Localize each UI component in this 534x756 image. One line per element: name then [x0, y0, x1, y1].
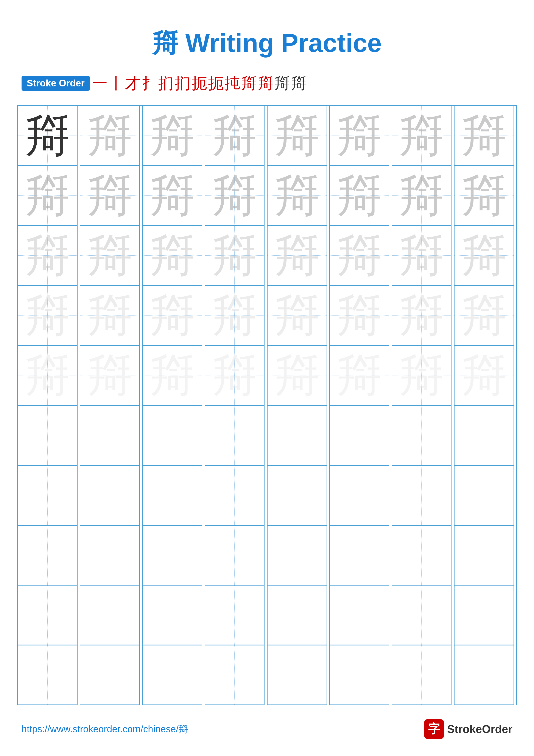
grid-cell[interactable]: 搿: [329, 345, 389, 405]
grid-cell[interactable]: 搿: [267, 166, 327, 226]
grid-cell[interactable]: 搿: [18, 106, 78, 166]
grid-cell[interactable]: [18, 465, 78, 525]
logo-text: StrokeOrder: [447, 723, 513, 736]
grid-cell[interactable]: 搿: [267, 345, 327, 405]
grid-cell[interactable]: 搿: [392, 345, 451, 405]
stroke-chars: 一 丨 才 扌 扪 扪 扼 扼 扽 搿 搿 搿 搿: [92, 74, 307, 93]
grid-cell[interactable]: 搿: [142, 106, 202, 166]
grid-cell[interactable]: [329, 465, 389, 525]
grid-cell[interactable]: [392, 465, 451, 525]
grid-cell[interactable]: 搿: [329, 166, 389, 226]
grid-cell[interactable]: 搿: [267, 106, 327, 166]
grid-cell[interactable]: [454, 585, 514, 645]
grid-cell[interactable]: 搿: [267, 285, 327, 345]
grid-cell[interactable]: [392, 585, 451, 645]
grid-cell[interactable]: [80, 585, 140, 645]
grid-cell[interactable]: 搿: [18, 285, 78, 345]
stroke-order-section: Stroke Order 一 丨 才 扌 扪 扪 扼 扼 扽 搿 搿 搿 搿: [0, 74, 534, 93]
grid-cell[interactable]: [329, 525, 389, 585]
grid-cell[interactable]: [18, 585, 78, 645]
grid-cell[interactable]: 搿: [142, 345, 202, 405]
grid-cell[interactable]: 搿: [18, 166, 78, 226]
grid-cell[interactable]: [329, 645, 389, 705]
grid-cell[interactable]: [80, 465, 140, 525]
grid-cell[interactable]: 搿: [329, 106, 389, 166]
grid-cell[interactable]: 搿: [329, 226, 389, 285]
grid-cell[interactable]: [392, 525, 451, 585]
grid-cell[interactable]: 搿: [80, 285, 140, 345]
grid-cell[interactable]: [329, 585, 389, 645]
grid-cell[interactable]: [205, 465, 265, 525]
footer-url[interactable]: https://www.strokeorder.com/chinese/搿: [21, 723, 188, 736]
grid-cell[interactable]: [205, 645, 265, 705]
grid-cell[interactable]: 搿: [329, 285, 389, 345]
practice-grid: 搿 搿 搿 搿 搿 搿 搿 搿 搿 搿 搿 搿 搿 搿 搿 搿 搿 搿 搿 搿 …: [17, 105, 517, 705]
grid-cell[interactable]: [80, 525, 140, 585]
footer: https://www.strokeorder.com/chinese/搿 字 …: [0, 719, 534, 739]
grid-cell[interactable]: [454, 405, 514, 465]
grid-cell[interactable]: [142, 405, 202, 465]
page-title: 搿 Writing Practice: [0, 0, 534, 74]
grid-cell[interactable]: [18, 645, 78, 705]
grid-cell[interactable]: [392, 645, 451, 705]
grid-cell[interactable]: [80, 405, 140, 465]
grid-cell[interactable]: 搿: [142, 285, 202, 345]
grid-cell[interactable]: 搿: [80, 106, 140, 166]
grid-cell[interactable]: 搿: [80, 166, 140, 226]
grid-cell[interactable]: 搿: [205, 345, 265, 405]
grid-cell[interactable]: 搿: [392, 226, 451, 285]
grid-cell[interactable]: 搿: [454, 285, 514, 345]
logo-icon: 字: [424, 719, 444, 739]
grid-cell[interactable]: 搿: [454, 226, 514, 285]
grid-cell[interactable]: 搿: [80, 226, 140, 285]
grid-cell[interactable]: [267, 525, 327, 585]
grid-cell[interactable]: [142, 465, 202, 525]
grid-cell[interactable]: [267, 585, 327, 645]
grid-cell[interactable]: [142, 645, 202, 705]
grid-cell[interactable]: [267, 465, 327, 525]
grid-cell[interactable]: [18, 405, 78, 465]
grid-cell[interactable]: 搿: [392, 166, 451, 226]
grid-cell[interactable]: 搿: [18, 345, 78, 405]
grid-cell[interactable]: [80, 645, 140, 705]
grid-cell[interactable]: [267, 405, 327, 465]
grid-cell[interactable]: [142, 525, 202, 585]
grid-cell[interactable]: [454, 645, 514, 705]
grid-cell[interactable]: 搿: [142, 166, 202, 226]
grid-cell[interactable]: 搿: [454, 106, 514, 166]
grid-cell[interactable]: 搿: [205, 166, 265, 226]
grid-cell[interactable]: 搿: [392, 285, 451, 345]
grid-cell[interactable]: [18, 525, 78, 585]
grid-cell[interactable]: 搿: [205, 106, 265, 166]
grid-cell[interactable]: 搿: [392, 106, 451, 166]
grid-cell[interactable]: [205, 585, 265, 645]
grid-cell[interactable]: [205, 525, 265, 585]
grid-cell[interactable]: 搿: [18, 226, 78, 285]
grid-cell[interactable]: 搿: [454, 345, 514, 405]
grid-cell[interactable]: [267, 645, 327, 705]
grid-cell[interactable]: 搿: [205, 285, 265, 345]
grid-cell[interactable]: [454, 525, 514, 585]
stroke-order-badge: Stroke Order: [21, 76, 90, 91]
grid-cell[interactable]: 搿: [267, 226, 327, 285]
grid-cell[interactable]: [454, 465, 514, 525]
title-character: 搿 Writing Practice: [152, 28, 382, 57]
grid-cell[interactable]: [392, 405, 451, 465]
grid-cell[interactable]: 搿: [205, 226, 265, 285]
grid-cell[interactable]: 搿: [80, 345, 140, 405]
footer-logo: 字 StrokeOrder: [424, 719, 513, 739]
practice-grid-container: 搿 搿 搿 搿 搿 搿 搿 搿 搿 搿 搿 搿 搿 搿 搿 搿 搿 搿 搿 搿 …: [0, 105, 534, 705]
stroke-order-row: Stroke Order 一 丨 才 扌 扪 扪 扼 扼 扽 搿 搿 搿 搿: [21, 74, 513, 93]
grid-cell[interactable]: 搿: [454, 166, 514, 226]
grid-cell[interactable]: [329, 405, 389, 465]
grid-cell[interactable]: 搿: [142, 226, 202, 285]
grid-cell[interactable]: [205, 405, 265, 465]
grid-cell[interactable]: [142, 585, 202, 645]
